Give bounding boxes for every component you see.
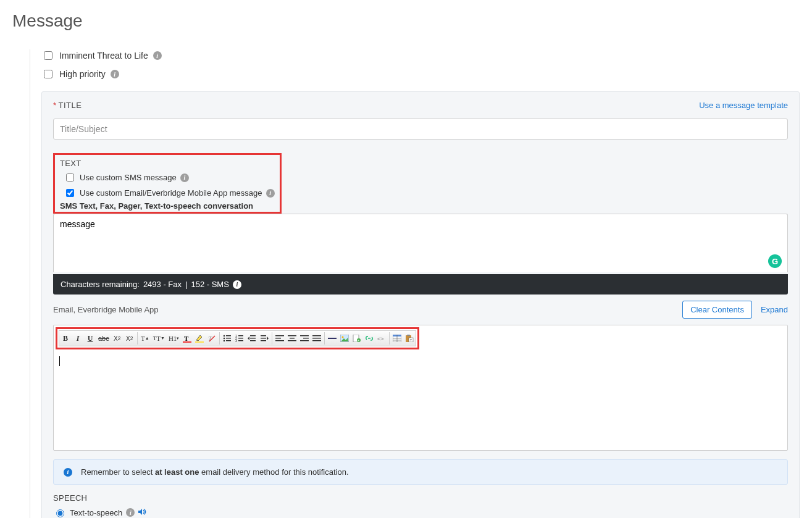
- use-custom-sms-checkbox[interactable]: [66, 173, 74, 182]
- svg-rect-29: [300, 335, 309, 336]
- increase-size-button[interactable]: T▲: [139, 332, 151, 345]
- svg-rect-8: [226, 338, 231, 339]
- info-icon[interactable]: i: [233, 280, 241, 289]
- svg-rect-23: [275, 335, 284, 336]
- info-icon[interactable]: i: [266, 189, 275, 198]
- text-to-speech-label: Text-to-speech: [70, 508, 122, 517]
- svg-rect-22: [261, 340, 266, 341]
- svg-point-37: [342, 336, 344, 338]
- svg-rect-33: [312, 338, 321, 339]
- text-options-highlight: TEXT Use custom SMS message i Use custom…: [53, 153, 282, 214]
- toolbar-highlight: B I U abc X2 X2 T▲ TT▼ H1▾ T T: [56, 327, 419, 349]
- required-star: *: [53, 101, 57, 110]
- ordered-list-button[interactable]: 123: [233, 332, 246, 345]
- svg-rect-20: [261, 335, 266, 336]
- rich-text-editor: B I U abc X2 X2 T▲ TT▼ H1▾ T T: [53, 325, 788, 451]
- page-title: Message: [12, 11, 800, 31]
- svg-rect-10: [226, 340, 231, 341]
- email-delivery-alert: i Remember to select at least one email …: [53, 459, 788, 485]
- remove-format-button[interactable]: T: [206, 332, 218, 345]
- title-section-label: *TITLE: [53, 101, 82, 110]
- strikethrough-button[interactable]: abc: [96, 332, 111, 345]
- svg-rect-28: [288, 340, 296, 341]
- svg-rect-24: [275, 338, 281, 339]
- use-custom-email-row: Use custom Email/Everbridge Mobile App m…: [64, 187, 275, 199]
- svg-rect-16: [238, 340, 243, 341]
- info-icon: i: [64, 468, 72, 477]
- font-color-button[interactable]: T: [181, 332, 193, 345]
- indent-button[interactable]: [258, 332, 270, 345]
- grammarly-icon[interactable]: G: [768, 254, 782, 268]
- source-code-button[interactable]: <>: [375, 332, 388, 345]
- option-high-priority: High priority i: [41, 68, 800, 80]
- underline-button[interactable]: U: [84, 332, 96, 345]
- characters-remaining-bar: Characters remaining: 2493 - Fax | 152 -…: [53, 274, 788, 295]
- info-icon[interactable]: i: [126, 508, 135, 517]
- svg-point-9: [224, 340, 225, 342]
- text-to-speech-radio[interactable]: [56, 509, 64, 517]
- svg-text:+: +: [358, 338, 359, 342]
- svg-rect-25: [275, 340, 284, 341]
- heading-button[interactable]: H1▾: [167, 332, 181, 345]
- svg-rect-19: [250, 340, 256, 341]
- svg-text:T: T: [184, 335, 189, 342]
- info-icon[interactable]: i: [153, 51, 162, 60]
- use-custom-email-checkbox[interactable]: [66, 189, 74, 197]
- imminent-threat-label: Imminent Threat to Life: [59, 51, 148, 61]
- title-input[interactable]: [53, 119, 788, 140]
- sms-message-textarea[interactable]: [53, 214, 788, 272]
- text-section-label: TEXT: [60, 159, 275, 168]
- svg-rect-2: [195, 341, 204, 343]
- insert-link-button[interactable]: [363, 332, 375, 345]
- imminent-threat-checkbox[interactable]: [44, 51, 52, 60]
- italic-button[interactable]: I: [72, 332, 84, 345]
- align-right-button[interactable]: [298, 332, 311, 345]
- subscript-button[interactable]: X2: [111, 332, 123, 345]
- align-center-button[interactable]: [286, 332, 298, 345]
- option-imminent-threat: Imminent Threat to Life i: [41, 49, 800, 62]
- svg-text:<>: <>: [377, 336, 384, 342]
- paste-button[interactable]: T: [403, 332, 416, 345]
- align-left-button[interactable]: [274, 332, 286, 345]
- svg-text:3: 3: [235, 339, 237, 342]
- svg-rect-35: [328, 338, 337, 339]
- sms-message-wrapper: G: [53, 214, 788, 274]
- svg-rect-17: [250, 335, 256, 336]
- outdent-button[interactable]: [246, 332, 258, 345]
- sound-icon[interactable]: [138, 508, 147, 517]
- email-section-header: Email, Everbridge Mobile App Clear Conte…: [53, 301, 788, 319]
- info-icon[interactable]: i: [180, 173, 189, 182]
- horizontal-rule-button[interactable]: [326, 332, 338, 345]
- highlight-color-button[interactable]: [193, 332, 206, 345]
- svg-rect-31: [300, 340, 309, 341]
- unordered-list-button[interactable]: [221, 332, 233, 345]
- alert-text: Remember to select at least one email de…: [81, 467, 349, 477]
- insert-file-button[interactable]: +: [351, 332, 363, 345]
- info-icon[interactable]: i: [111, 70, 119, 78]
- decrease-size-button[interactable]: TT▼: [151, 332, 167, 345]
- sms-count: 152 - SMS: [191, 280, 228, 289]
- text-cursor: [59, 356, 60, 366]
- rich-text-body[interactable]: [54, 351, 787, 450]
- superscript-button[interactable]: X2: [123, 332, 136, 345]
- clear-contents-button[interactable]: Clear Contents: [682, 301, 752, 319]
- svg-rect-26: [288, 335, 296, 336]
- use-message-template-link[interactable]: Use a message template: [699, 101, 788, 110]
- align-justify-button[interactable]: [311, 332, 323, 345]
- text-to-speech-row: Text-to-speech i: [53, 508, 788, 517]
- svg-rect-12: [238, 335, 243, 336]
- message-form: Imminent Threat to Life i High priority …: [30, 49, 800, 518]
- svg-rect-18: [250, 338, 256, 339]
- email-section-label: Email, Everbridge Mobile App: [53, 305, 159, 314]
- svg-point-5: [224, 335, 225, 337]
- insert-table-button[interactable]: [391, 332, 403, 345]
- bold-button[interactable]: B: [59, 332, 72, 345]
- svg-rect-21: [261, 338, 266, 339]
- svg-rect-30: [303, 338, 309, 339]
- use-custom-email-label: Use custom Email/Everbridge Mobile App m…: [80, 188, 262, 198]
- high-priority-checkbox[interactable]: [44, 70, 52, 78]
- svg-rect-32: [312, 335, 321, 336]
- expand-link[interactable]: Expand: [761, 305, 788, 314]
- use-custom-sms-row: Use custom SMS message i: [64, 172, 275, 183]
- insert-image-button[interactable]: [338, 332, 351, 345]
